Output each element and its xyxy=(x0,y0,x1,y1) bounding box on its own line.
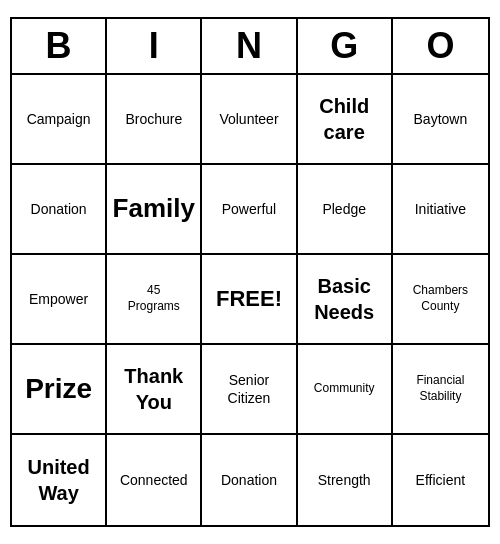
bingo-cell: FinancialStability xyxy=(393,345,488,435)
bingo-cell: UnitedWay xyxy=(12,435,107,525)
bingo-cell: SeniorCitizen xyxy=(202,345,297,435)
bingo-cell: BasicNeeds xyxy=(298,255,393,345)
bingo-header: BINGO xyxy=(12,19,488,75)
bingo-cell: Strength xyxy=(298,435,393,525)
bingo-cell: Pledge xyxy=(298,165,393,255)
bingo-cell: Empower xyxy=(12,255,107,345)
bingo-cell: Volunteer xyxy=(202,75,297,165)
bingo-header-letter: I xyxy=(107,19,202,73)
bingo-cell: ThankYou xyxy=(107,345,202,435)
bingo-cell: Baytown xyxy=(393,75,488,165)
bingo-header-letter: N xyxy=(202,19,297,73)
bingo-cell: Childcare xyxy=(298,75,393,165)
bingo-cell: Community xyxy=(298,345,393,435)
bingo-header-letter: G xyxy=(298,19,393,73)
bingo-card: BINGO CampaignBrochureVolunteerChildcare… xyxy=(10,17,490,527)
bingo-cell: Powerful xyxy=(202,165,297,255)
bingo-cell: Connected xyxy=(107,435,202,525)
bingo-cell: Family xyxy=(107,165,202,255)
bingo-cell: Donation xyxy=(12,165,107,255)
bingo-cell: Efficient xyxy=(393,435,488,525)
bingo-cell: ChambersCounty xyxy=(393,255,488,345)
bingo-cell: Prize xyxy=(12,345,107,435)
bingo-cell: Initiative xyxy=(393,165,488,255)
bingo-cell: FREE! xyxy=(202,255,297,345)
bingo-cell: Brochure xyxy=(107,75,202,165)
bingo-header-letter: B xyxy=(12,19,107,73)
bingo-header-letter: O xyxy=(393,19,488,73)
bingo-cell: Donation xyxy=(202,435,297,525)
bingo-cell: 45Programs xyxy=(107,255,202,345)
bingo-cell: Campaign xyxy=(12,75,107,165)
bingo-grid: CampaignBrochureVolunteerChildcareBaytow… xyxy=(12,75,488,525)
